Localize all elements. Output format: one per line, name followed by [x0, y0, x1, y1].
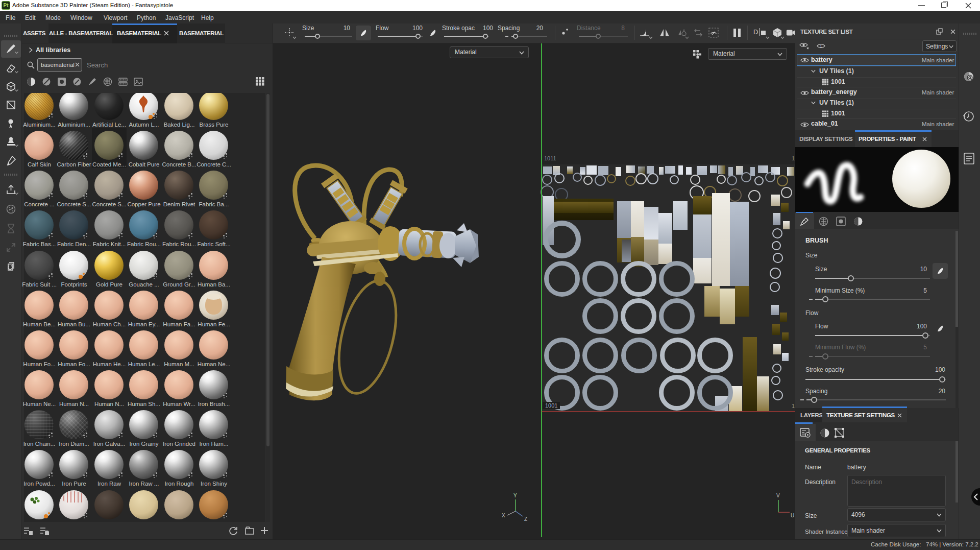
svg-text:V: V	[776, 493, 780, 498]
svg-text:Y: Y	[513, 493, 517, 498]
svg-text:1: 1	[820, 44, 822, 49]
svg-text:Z: Z	[524, 516, 527, 522]
svg-text:X: X	[502, 513, 505, 518]
svg-text:U: U	[791, 513, 794, 518]
